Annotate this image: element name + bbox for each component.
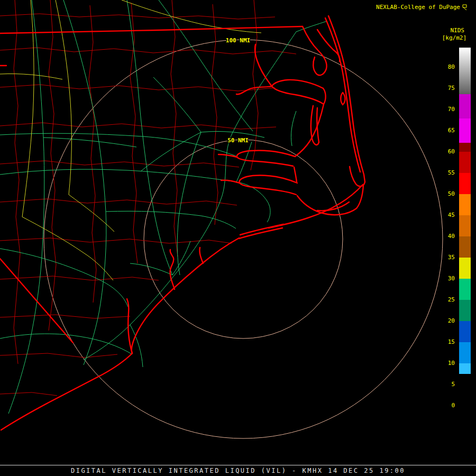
radar-map: 100 NMI 50 NMI bbox=[0, 0, 476, 476]
product-system-label: NIDS bbox=[451, 27, 465, 34]
cape-fear-river bbox=[127, 299, 132, 353]
range-ring-label-100nmi: 100 NMI bbox=[226, 37, 250, 44]
colorbar-units-label: [kg/m2] bbox=[442, 34, 466, 41]
colorbar-tick-label: 35 bbox=[437, 247, 455, 268]
colorbar-tick-label: 30 bbox=[437, 268, 455, 289]
state-border-nc-sc bbox=[0, 259, 73, 343]
colorbar-segment bbox=[459, 173, 471, 194]
colorbar-segment bbox=[459, 300, 471, 321]
colorbar-tick-label: 75 bbox=[437, 78, 455, 99]
colorbar-segment bbox=[459, 363, 471, 374]
colorbar-segment bbox=[459, 215, 471, 236]
colorbar-tick-label: 80 bbox=[437, 57, 455, 78]
colorbar-tick-label: 10 bbox=[437, 353, 455, 374]
page-title: NEXLAB-College of DuPage bbox=[376, 4, 460, 11]
range-ring-label-50nmi: 50 NMI bbox=[227, 137, 249, 144]
colorbar-tick-label: 50 bbox=[437, 184, 455, 205]
colorbar-segment bbox=[459, 236, 471, 258]
neuse-river bbox=[240, 176, 297, 183]
colorbar-tick-label: 45 bbox=[437, 205, 455, 226]
range-rings bbox=[44, 40, 443, 438]
header-title-row: NEXLAB-College of DuPage bbox=[376, 4, 468, 11]
colorbar-tick-label: 55 bbox=[437, 162, 455, 184]
roads-primary bbox=[0, 0, 327, 414]
colorbar-tick-label: 60 bbox=[437, 141, 455, 162]
roads-highway bbox=[0, 0, 261, 280]
range-ring-50nmi bbox=[144, 140, 343, 338]
cod-logo-icon bbox=[462, 4, 468, 11]
colorbar-segment bbox=[459, 321, 471, 342]
colorbar-segment bbox=[459, 279, 471, 300]
footer-divider bbox=[0, 465, 476, 465]
colorbar-segment bbox=[459, 94, 471, 118]
colorbar-tick-label: 40 bbox=[437, 226, 455, 247]
colorbar-segment bbox=[459, 342, 471, 363]
colorbar-tick-label: 65 bbox=[437, 120, 455, 141]
colorbar-tick-label: 25 bbox=[437, 289, 455, 310]
colorbar-segment bbox=[459, 194, 471, 215]
colorbar-segment bbox=[459, 48, 471, 94]
albemarle-sound bbox=[272, 80, 326, 104]
radar-display: 100 NMI 50 NMI NEXLAB-College of DuPage … bbox=[0, 0, 476, 476]
colorbar-ticks: 80757065605550454035302520151050 bbox=[437, 57, 455, 416]
product-caption: DIGITAL VERTICALLY INTEGRATED LIQUID (VI… bbox=[0, 467, 476, 474]
colorbar-tick-label: 0 bbox=[437, 395, 455, 416]
colorbar-segment bbox=[459, 374, 471, 418]
colorbar-tick-label: 5 bbox=[437, 374, 455, 395]
pamlico-river bbox=[237, 150, 295, 157]
colorbar-segment bbox=[459, 152, 471, 173]
colorbar-segment bbox=[459, 118, 471, 143]
colorbar-segment bbox=[459, 143, 471, 152]
range-ring-100nmi bbox=[44, 40, 443, 438]
colorbar-segment bbox=[459, 258, 471, 279]
colorbar-tick-label: 20 bbox=[437, 310, 455, 332]
colorbar-tick-label: 70 bbox=[437, 99, 455, 120]
colorbar-gradient bbox=[459, 48, 471, 418]
colorbar-tick-label: 15 bbox=[437, 332, 455, 353]
